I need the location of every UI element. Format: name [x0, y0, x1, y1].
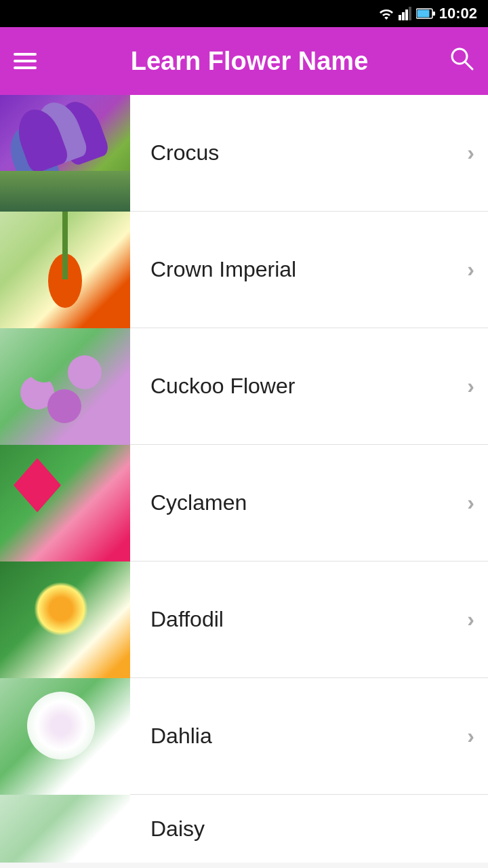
battery-icon [416, 8, 435, 19]
wifi-icon [378, 7, 394, 20]
svg-rect-3 [409, 7, 411, 20]
svg-rect-5 [432, 12, 435, 16]
flower-item-cuckoo-flower[interactable]: Cuckoo Flower › [0, 328, 488, 445]
flower-item-daffodil[interactable]: Daffodil › [0, 561, 488, 678]
flower-thumb-daffodil [0, 561, 130, 678]
flower-name-cuckoo-flower: Cuckoo Flower [130, 374, 467, 399]
flower-name-daffodil: Daffodil [130, 607, 467, 632]
svg-rect-0 [399, 15, 401, 20]
svg-rect-6 [417, 10, 429, 18]
flower-name-daisy: Daisy [130, 816, 488, 842]
flower-list: Crocus › Crown Imperial › Cuckoo Flower … [0, 95, 488, 863]
chevron-icon-cyclamen: › [467, 490, 488, 515]
status-bar: 10:02 [0, 0, 488, 27]
app-bar: Learn Flower Name [0, 27, 488, 95]
flower-thumb-daisy [0, 795, 130, 863]
menu-button[interactable] [14, 53, 37, 69]
signal-icon [399, 7, 412, 20]
svg-rect-1 [402, 12, 405, 20]
status-icons: 10:02 [378, 5, 477, 22]
search-button[interactable] [449, 45, 474, 77]
flower-name-dahlia: Dahlia [130, 724, 467, 749]
svg-line-8 [465, 62, 472, 69]
flower-item-crown-imperial[interactable]: Crown Imperial › [0, 212, 488, 328]
chevron-icon-cuckoo-flower: › [467, 374, 488, 399]
chevron-icon-crocus: › [467, 140, 488, 165]
flower-thumb-crocus [0, 95, 130, 212]
flower-name-crocus: Crocus [130, 140, 467, 165]
flower-item-daisy[interactable]: Daisy [0, 795, 488, 863]
flower-thumb-cuckoo-flower [0, 328, 130, 445]
app-title: Learn Flower Name [50, 47, 449, 76]
flower-thumb-crown-imperial [0, 212, 130, 328]
flower-name-cyclamen: Cyclamen [130, 490, 467, 515]
flower-thumb-cyclamen [0, 445, 130, 561]
flower-name-crown-imperial: Crown Imperial [130, 257, 467, 282]
svg-rect-2 [405, 9, 408, 20]
chevron-icon-dahlia: › [467, 724, 488, 749]
flower-thumb-dahlia [0, 678, 130, 795]
flower-item-cyclamen[interactable]: Cyclamen › [0, 445, 488, 561]
flower-item-crocus[interactable]: Crocus › [0, 95, 488, 212]
status-time: 10:02 [439, 5, 477, 22]
chevron-icon-daffodil: › [467, 607, 488, 632]
flower-item-dahlia[interactable]: Dahlia › [0, 678, 488, 795]
chevron-icon-crown-imperial: › [467, 257, 488, 282]
